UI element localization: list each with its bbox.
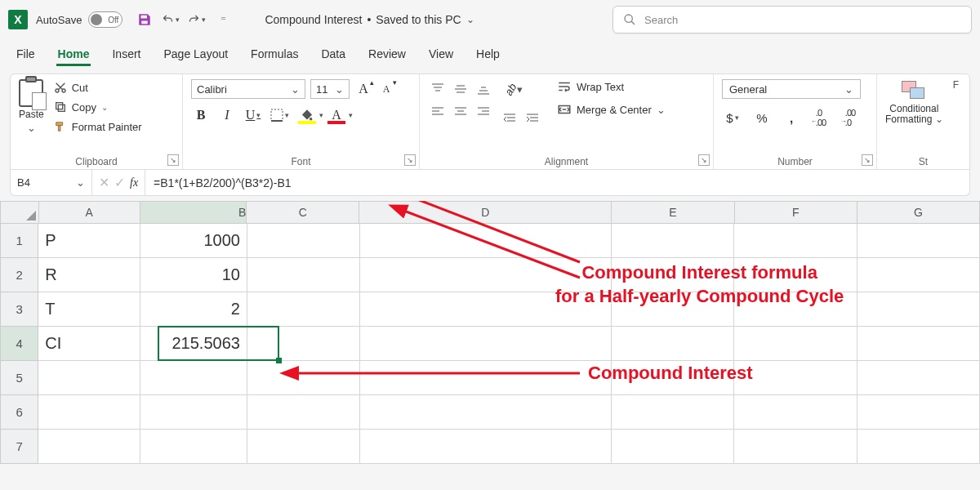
cell-G4[interactable] <box>858 327 980 361</box>
align-left-button[interactable] <box>428 102 448 122</box>
comma-button[interactable]: , <box>781 107 802 128</box>
redo-button[interactable]: ▾ <box>188 11 206 29</box>
cell-C1[interactable] <box>247 224 360 258</box>
cell-A5[interactable] <box>38 361 140 395</box>
paste-button[interactable]: Paste ⌄ <box>19 79 44 134</box>
underline-button[interactable]: U▾ <box>243 105 263 125</box>
decrease-font-button[interactable]: A <box>377 80 395 98</box>
cell-B2[interactable]: 10 <box>140 258 247 292</box>
cell-E6[interactable] <box>612 395 734 430</box>
col-header-G[interactable]: G <box>858 201 980 224</box>
cell-A6[interactable] <box>38 395 140 430</box>
undo-button[interactable]: ▾ <box>162 11 180 29</box>
cell-A1[interactable]: P <box>38 224 140 258</box>
cut-button[interactable]: Cut <box>51 79 145 96</box>
tab-data[interactable]: Data <box>319 42 347 69</box>
cell-E5[interactable] <box>612 361 734 395</box>
copy-button[interactable]: Copy⌄ <box>51 99 145 115</box>
row-header-1[interactable]: 1 <box>0 224 38 258</box>
col-header-C[interactable]: C <box>247 201 359 224</box>
insert-function-button[interactable]: fx <box>130 176 138 189</box>
orientation-button[interactable]: ab▾ <box>500 79 528 99</box>
search-input[interactable]: Search <box>612 6 972 33</box>
clipboard-launcher[interactable]: ↘ <box>167 154 179 166</box>
cell-D4[interactable] <box>360 327 611 361</box>
row-header-2[interactable]: 2 <box>0 258 38 292</box>
cell-B1[interactable]: 1000 <box>140 224 247 258</box>
align-right-button[interactable] <box>474 102 493 122</box>
col-header-D[interactable]: D <box>359 201 612 224</box>
cell-F2[interactable] <box>734 258 857 292</box>
cancel-formula-button[interactable]: ✕ <box>99 175 109 190</box>
cell-D1[interactable] <box>360 224 611 258</box>
tab-insert[interactable]: Insert <box>110 42 142 69</box>
align-center-button[interactable] <box>451 102 470 122</box>
cell-D5[interactable] <box>360 361 611 395</box>
cell-F4[interactable] <box>734 327 857 361</box>
cell-F3[interactable] <box>734 292 857 327</box>
increase-font-button[interactable]: A <box>354 80 372 98</box>
cell-F6[interactable] <box>734 395 857 430</box>
percent-button[interactable]: % <box>751 107 773 128</box>
tab-help[interactable]: Help <box>474 42 501 69</box>
col-header-A[interactable]: A <box>39 201 140 224</box>
cell-B4[interactable]: 215.5063 <box>140 327 247 361</box>
cell-C6[interactable] <box>247 395 360 430</box>
col-header-F[interactable]: F <box>735 201 858 224</box>
cell-C5[interactable] <box>247 361 360 395</box>
cell-F1[interactable] <box>734 224 857 258</box>
cell-C2[interactable] <box>247 258 360 292</box>
row-header-3[interactable]: 3 <box>0 292 38 327</box>
cell-B7[interactable] <box>140 430 247 464</box>
cell-D2[interactable] <box>360 258 611 292</box>
tab-formulas[interactable]: Formulas <box>249 42 300 69</box>
col-header-E[interactable]: E <box>612 201 734 224</box>
cell-B6[interactable] <box>140 395 247 430</box>
number-launcher[interactable]: ↘ <box>862 154 873 166</box>
cell-E7[interactable] <box>612 430 734 464</box>
enter-formula-button[interactable]: ✓ <box>114 175 125 190</box>
cell-E2[interactable] <box>612 258 734 292</box>
font-name-dropdown[interactable]: Calibri⌄ <box>191 79 305 99</box>
cell-A7[interactable] <box>38 430 140 464</box>
col-header-B[interactable]: B <box>140 201 247 224</box>
cell-D6[interactable] <box>360 395 611 430</box>
name-box[interactable]: B4⌄ <box>11 170 92 195</box>
bold-button[interactable]: B <box>191 105 211 125</box>
decrease-indent-button[interactable] <box>500 109 519 128</box>
wrap-text-button[interactable]: Wrap Text <box>557 79 666 94</box>
cell-C3[interactable] <box>247 292 360 327</box>
align-top-button[interactable] <box>428 79 448 99</box>
tab-page-layout[interactable]: Page Layout <box>162 42 229 69</box>
number-format-dropdown[interactable]: General⌄ <box>722 79 861 99</box>
cell-G6[interactable] <box>858 395 980 430</box>
font-launcher[interactable]: ↘ <box>404 154 416 166</box>
cell-G2[interactable] <box>858 258 980 292</box>
borders-button[interactable]: ▾ <box>270 105 289 125</box>
row-header-6[interactable]: 6 <box>0 395 38 430</box>
italic-button[interactable]: I <box>217 105 237 125</box>
fill-handle[interactable] <box>276 358 282 363</box>
save-button[interactable] <box>136 11 154 29</box>
increase-decimal-button[interactable]: .0←.00 <box>810 107 831 128</box>
increase-indent-button[interactable] <box>523 109 542 128</box>
currency-button[interactable]: $▾ <box>722 107 743 128</box>
cell-G7[interactable] <box>858 430 980 464</box>
autosave-toggle[interactable]: Off <box>88 11 122 28</box>
cell-C4[interactable] <box>247 327 360 361</box>
cell-C7[interactable] <box>247 430 360 464</box>
merge-center-button[interactable]: Merge & Center⌄ <box>557 102 666 117</box>
cell-A4[interactable]: CI <box>38 327 140 361</box>
cell-G5[interactable] <box>858 361 980 395</box>
cell-A3[interactable]: T <box>38 292 140 327</box>
cell-A2[interactable]: R <box>38 258 140 292</box>
cell-E4[interactable] <box>612 327 734 361</box>
cell-D7[interactable] <box>360 430 611 464</box>
decrease-decimal-button[interactable]: .00→.0 <box>840 107 861 128</box>
tab-home[interactable]: Home <box>56 42 91 69</box>
fill-color-button[interactable]: ▾ <box>296 105 318 125</box>
tab-review[interactable]: Review <box>367 42 408 69</box>
align-bottom-button[interactable] <box>474 79 493 99</box>
row-header-5[interactable]: 5 <box>0 361 38 395</box>
cell-E3[interactable] <box>612 292 734 327</box>
